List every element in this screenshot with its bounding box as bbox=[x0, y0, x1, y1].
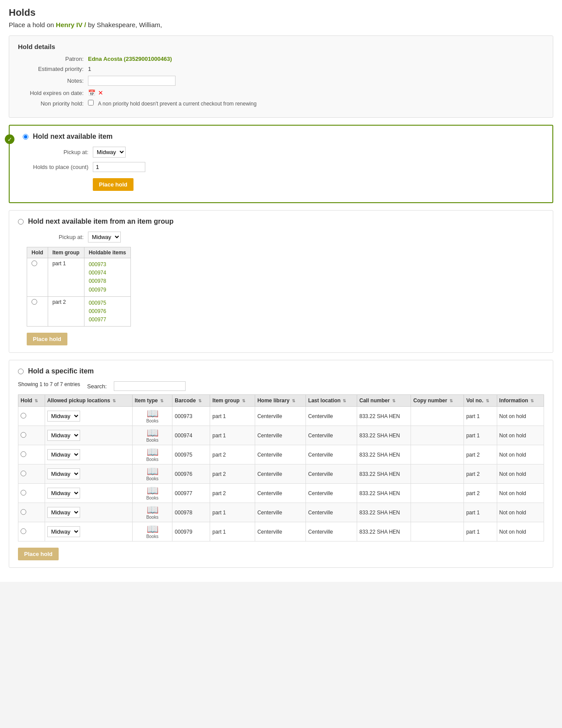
section2-pickup-select[interactable]: Midway bbox=[88, 232, 121, 243]
item-type-label: Books bbox=[135, 534, 170, 539]
specific-item-pickup-select[interactable]: Midway bbox=[47, 430, 80, 441]
sort-icon[interactable]: ⇅ bbox=[450, 399, 453, 403]
specific-item-copy-number bbox=[411, 464, 464, 484]
section-hold-item-group: Hold next available item from an item gr… bbox=[9, 210, 553, 353]
col-last-location: Last location ⇅ bbox=[306, 395, 357, 407]
specific-item-home-library: Centerville bbox=[255, 522, 306, 542]
specific-item-pickup-select[interactable]: Midway bbox=[47, 468, 80, 479]
patron-link[interactable]: Edna Acosta (23529001000463) bbox=[88, 56, 172, 62]
item-group-row: part 1000973000974000978000979 bbox=[27, 258, 131, 297]
sort-icon[interactable]: ⇅ bbox=[292, 399, 295, 403]
specific-item-information: Not on hold bbox=[497, 522, 544, 542]
item-group-items: 000973000974000978000979 bbox=[84, 258, 130, 297]
col-hold: Hold bbox=[27, 247, 48, 258]
section3-place-hold-button[interactable]: Place hold bbox=[18, 548, 59, 560]
item-barcode-link[interactable]: 000974 bbox=[89, 269, 126, 277]
section1-place-hold-button[interactable]: Place hold bbox=[93, 178, 133, 191]
specific-item-radio[interactable] bbox=[21, 413, 26, 419]
priority-label: Estimated priority: bbox=[18, 66, 88, 72]
specific-item-pickup-cell: Midway bbox=[45, 426, 132, 445]
col-item-type: Item type ⇅ bbox=[132, 395, 172, 407]
specific-item-radio[interactable] bbox=[21, 471, 26, 476]
item-barcode-link[interactable]: 000973 bbox=[89, 260, 126, 269]
specific-item-vol-no: part 2 bbox=[464, 464, 497, 484]
notes-value bbox=[88, 76, 544, 86]
specific-item-row: Midway📖Books000973part 1CentervilleCente… bbox=[18, 407, 544, 426]
sort-icon[interactable]: ⇅ bbox=[530, 399, 534, 403]
sort-icon[interactable]: ⇅ bbox=[160, 399, 164, 403]
specific-item-pickup-cell: Midway bbox=[45, 484, 132, 503]
specific-item-last-location: Centerville bbox=[306, 445, 357, 464]
section3-radio[interactable] bbox=[18, 369, 24, 374]
item-group-row: part 2000975000976000977 bbox=[27, 296, 131, 327]
item-barcode-link[interactable]: 000979 bbox=[89, 286, 126, 294]
clear-date-icon[interactable]: ✕ bbox=[98, 89, 103, 96]
item-type-label: Books bbox=[135, 515, 170, 520]
non-priority-checkbox[interactable] bbox=[88, 100, 94, 106]
section2-heading: Hold next available item from an item gr… bbox=[28, 218, 174, 225]
book-icon: 📖 bbox=[135, 428, 170, 438]
section1-holds-count-input[interactable] bbox=[93, 162, 145, 172]
item-type-label: Books bbox=[135, 496, 170, 500]
section1-holds-count-row: Holds to place (count) bbox=[32, 162, 544, 172]
specific-item-group: part 2 bbox=[210, 445, 255, 464]
specific-item-last-location: Centerville bbox=[306, 522, 357, 542]
specific-item-barcode: 000974 bbox=[172, 426, 210, 445]
specific-item-pickup-select[interactable]: Midway bbox=[47, 507, 80, 518]
search-input[interactable] bbox=[114, 381, 186, 391]
specific-item-barcode: 000976 bbox=[172, 464, 210, 484]
item-group-radio[interactable] bbox=[32, 299, 37, 305]
specific-item-vol-no: part 2 bbox=[464, 445, 497, 464]
expires-value: 📅 ✕ bbox=[88, 89, 544, 96]
specific-item-vol-no: part 1 bbox=[464, 522, 497, 542]
specific-item-information: Not on hold bbox=[497, 445, 544, 464]
section1-pickup-select[interactable]: Midway bbox=[93, 147, 126, 158]
item-type-label: Books bbox=[135, 419, 170, 423]
specific-item-pickup-select[interactable]: Midway bbox=[47, 449, 80, 460]
item-barcode-link[interactable]: 000976 bbox=[89, 307, 126, 316]
specific-item-radio[interactable] bbox=[21, 490, 26, 496]
calendar-icon[interactable]: 📅 bbox=[88, 89, 95, 96]
specific-item-hold-cell bbox=[18, 407, 45, 426]
specific-item-radio[interactable] bbox=[21, 528, 26, 534]
book-title-link[interactable]: Henry IV / bbox=[56, 21, 86, 28]
specific-item-copy-number bbox=[411, 503, 464, 522]
non-priority-row: Non priority hold: A non priority hold d… bbox=[18, 100, 544, 107]
sort-icon[interactable]: ⇅ bbox=[198, 399, 202, 403]
sort-icon[interactable]: ⇅ bbox=[35, 399, 38, 403]
specific-item-hold-cell bbox=[18, 484, 45, 503]
priority-row: Estimated priority: 1 bbox=[18, 66, 544, 72]
specific-item-radio[interactable] bbox=[21, 432, 26, 438]
specific-item-copy-number bbox=[411, 522, 464, 542]
sort-icon[interactable]: ⇅ bbox=[486, 399, 489, 403]
specific-item-type-cell: 📖Books bbox=[132, 522, 172, 542]
item-group-hold-cell bbox=[27, 296, 48, 327]
section1-radio[interactable] bbox=[23, 134, 28, 140]
specific-item-copy-number bbox=[411, 484, 464, 503]
specific-item-radio[interactable] bbox=[21, 509, 26, 515]
priority-value: 1 bbox=[88, 66, 544, 72]
specific-item-pickup-select[interactable]: Midway bbox=[47, 526, 80, 537]
sort-icon[interactable]: ⇅ bbox=[392, 399, 396, 403]
sort-icon[interactable]: ⇅ bbox=[242, 399, 246, 403]
specific-item-type-cell: 📖Books bbox=[132, 407, 172, 426]
col-home-library: Home library ⇅ bbox=[255, 395, 306, 407]
section1-place-hold-wrapper: Place hold bbox=[93, 178, 544, 191]
specific-item-pickup-select[interactable]: Midway bbox=[47, 488, 80, 499]
item-group-items: 000975000976000977 bbox=[84, 296, 130, 327]
specific-item-radio[interactable] bbox=[21, 451, 26, 457]
notes-input[interactable] bbox=[88, 76, 176, 86]
section2-place-hold-button[interactable]: Place hold bbox=[27, 333, 67, 345]
item-group-radio[interactable] bbox=[32, 260, 37, 266]
section2-radio[interactable] bbox=[18, 219, 24, 225]
sort-icon[interactable]: ⇅ bbox=[112, 399, 116, 403]
item-group-table: Hold Item group Holdable items part 1000… bbox=[27, 247, 131, 327]
specific-item-pickup-select[interactable]: Midway bbox=[47, 411, 80, 422]
sort-icon[interactable]: ⇅ bbox=[343, 399, 346, 403]
item-barcode-link[interactable]: 000977 bbox=[89, 316, 126, 324]
item-group-name: part 2 bbox=[48, 296, 84, 327]
item-barcode-link[interactable]: 000975 bbox=[89, 299, 126, 307]
item-barcode-link[interactable]: 000978 bbox=[89, 277, 126, 285]
specific-item-last-location: Centerville bbox=[306, 464, 357, 484]
item-type-label: Books bbox=[135, 457, 170, 462]
